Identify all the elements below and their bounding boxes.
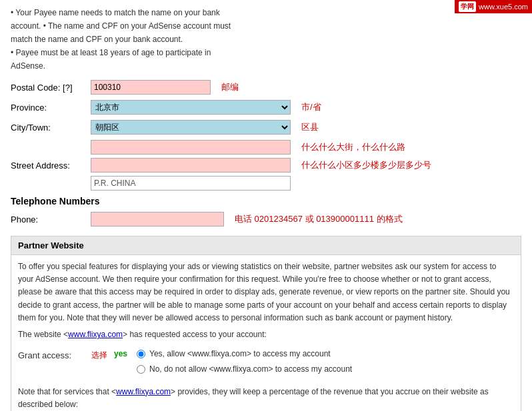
province-hint: 市/省	[301, 101, 321, 113]
partner-section: Partner Website To offer you special fea…	[11, 236, 521, 411]
province-label: Province:	[11, 103, 91, 113]
province-input-wrapper: 北京市 市/省	[91, 100, 321, 115]
grant-hint-label: 选择	[91, 348, 107, 362]
top-bar: 学网 www.xue5.com	[455, 0, 532, 13]
note-pre: Note that for services that <	[18, 387, 116, 396]
postal-hint: 邮编	[221, 81, 239, 93]
country-wrapper	[91, 176, 431, 191]
street2-hint: 什么什么小区多少楼多少层多少号	[301, 159, 431, 171]
street1-hint: 什么什么大街，什么什么路	[301, 141, 405, 153]
note-text: Note that for services that <www.flixya.…	[18, 386, 514, 411]
request-pre: The website <	[18, 330, 68, 339]
postal-input-wrapper: 邮编	[91, 80, 239, 95]
street2-input[interactable]	[91, 158, 291, 173]
request-link[interactable]: www.flixya.com	[68, 330, 123, 339]
city-row: City/Town: 朝阳区 区县	[11, 120, 521, 135]
radio-options: Yes, allow <www.flixya.com> to access my…	[137, 348, 352, 376]
radio-no-input[interactable]	[137, 365, 145, 374]
phone-row: Phone: 电话 0201234567 或 013900001111 的格式	[11, 212, 521, 226]
phone-section-title: Telephone Numbers	[11, 196, 521, 206]
grant-label: Grant access:	[18, 348, 91, 363]
radio-no-label: No, do not allow <www.flixya.com> to acc…	[149, 363, 352, 376]
postal-row: Postal Code: [?] 邮编	[11, 80, 521, 95]
partner-header: Partner Website	[11, 236, 521, 255]
radio-yes-row: Yes, allow <www.flixya.com> to access my…	[137, 348, 352, 360]
street1-wrapper: 什么什么大街，什么什么路	[91, 140, 431, 155]
street1-input[interactable]	[91, 140, 291, 155]
postal-input[interactable]	[91, 80, 211, 95]
city-input-wrapper: 朝阳区 区县	[91, 120, 319, 135]
radio-yes-input[interactable]	[137, 350, 145, 358]
radio-no-row: No, do not allow <www.flixya.com> to acc…	[137, 363, 352, 376]
note-link[interactable]: www.flixya.com	[116, 387, 171, 396]
phone-label: Phone:	[11, 214, 91, 224]
site-url: www.xue5.com	[479, 3, 528, 11]
notice-text: • Your Payee name needs to match the nam…	[11, 7, 397, 72]
phone-input[interactable]	[91, 212, 224, 226]
phone-hint: 电话 0201234567 或 013900001111 的格式	[235, 213, 403, 225]
street-row: Street Address: 什么什么大街，什么什么路 什么什么小区多少楼多少…	[11, 140, 521, 191]
postal-label: Postal Code: [?]	[11, 83, 91, 93]
address-form: Postal Code: [?] 邮编 Province: 北京市 市/省 Ci…	[11, 80, 521, 226]
phone-input-wrapper: 电话 0201234567 或 013900001111 的格式	[91, 212, 403, 226]
note-section: Note that for services that <www.flixya.…	[18, 386, 514, 411]
request-post: > has requested access to your account:	[123, 330, 267, 339]
province-row: Province: 北京市 市/省	[11, 100, 521, 115]
country-input[interactable]	[91, 176, 291, 191]
partner-body: To offer you special features for displa…	[11, 255, 521, 411]
city-hint: 区县	[301, 121, 319, 133]
partner-description: To offer you special features for displa…	[18, 260, 514, 324]
grant-yes-label: yes	[114, 348, 127, 360]
radio-yes-label: Yes, allow <www.flixya.com> to access my…	[149, 348, 331, 360]
street2-wrapper: 什么什么小区多少楼多少层多少号	[91, 158, 431, 173]
site-icon: 学网	[459, 1, 476, 12]
province-select[interactable]: 北京市	[91, 100, 291, 115]
street-label: Street Address:	[11, 161, 91, 171]
partner-request: The website <www.flixya.com> has request…	[18, 328, 514, 341]
grant-row: Grant access: 选择 yes Yes, allow <www.fli…	[18, 348, 514, 376]
city-label: City/Town:	[11, 123, 91, 133]
city-select[interactable]: 朝阳区	[91, 120, 291, 135]
